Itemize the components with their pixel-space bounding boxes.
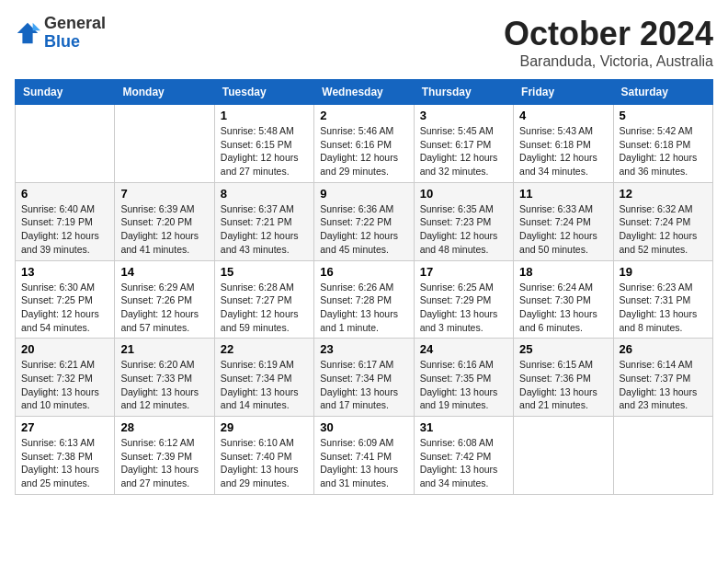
day-info: Sunrise: 6:12 AM Sunset: 7:39 PM Dayligh… bbox=[120, 436, 208, 490]
calendar-cell: 18Sunrise: 6:24 AM Sunset: 7:30 PM Dayli… bbox=[514, 260, 613, 339]
calendar-cell: 4Sunrise: 5:43 AM Sunset: 6:18 PM Daylig… bbox=[514, 105, 613, 183]
calendar-cell: 13Sunrise: 6:30 AM Sunset: 7:25 PM Dayli… bbox=[16, 260, 115, 339]
calendar-cell: 12Sunrise: 6:32 AM Sunset: 7:24 PM Dayli… bbox=[613, 182, 712, 260]
calendar-cell: 31Sunrise: 6:08 AM Sunset: 7:42 PM Dayli… bbox=[414, 417, 513, 495]
column-header-thursday: Thursday bbox=[414, 80, 513, 105]
day-number: 23 bbox=[320, 342, 407, 356]
calendar-cell: 15Sunrise: 6:28 AM Sunset: 7:27 PM Dayli… bbox=[214, 260, 313, 339]
day-info: Sunrise: 6:19 AM Sunset: 7:34 PM Dayligh… bbox=[221, 358, 308, 412]
calendar-cell: 29Sunrise: 6:10 AM Sunset: 7:40 PM Dayli… bbox=[214, 417, 313, 495]
day-info: Sunrise: 6:21 AM Sunset: 7:32 PM Dayligh… bbox=[21, 358, 108, 412]
calendar-cell: 3Sunrise: 5:45 AM Sunset: 6:17 PM Daylig… bbox=[414, 105, 513, 183]
day-number: 13 bbox=[21, 265, 108, 279]
calendar-cell: 20Sunrise: 6:21 AM Sunset: 7:32 PM Dayli… bbox=[16, 339, 115, 417]
calendar-cell bbox=[115, 105, 214, 183]
calendar-cell: 5Sunrise: 5:42 AM Sunset: 6:18 PM Daylig… bbox=[613, 105, 712, 183]
day-info: Sunrise: 6:30 AM Sunset: 7:25 PM Dayligh… bbox=[21, 281, 108, 335]
day-info: Sunrise: 6:39 AM Sunset: 7:20 PM Dayligh… bbox=[120, 202, 208, 257]
day-number: 12 bbox=[620, 187, 707, 201]
column-header-sunday: Sunday bbox=[16, 80, 115, 105]
day-number: 11 bbox=[519, 187, 607, 201]
calendar-cell: 19Sunrise: 6:23 AM Sunset: 7:31 PM Dayli… bbox=[613, 260, 712, 339]
day-number: 17 bbox=[420, 265, 507, 279]
logo-blue-text: Blue bbox=[44, 32, 80, 51]
day-number: 22 bbox=[221, 342, 308, 356]
month-title: October 2024 bbox=[504, 15, 713, 53]
column-header-monday: Monday bbox=[115, 80, 214, 105]
calendar-week-row: 20Sunrise: 6:21 AM Sunset: 7:32 PM Dayli… bbox=[16, 339, 713, 417]
column-header-tuesday: Tuesday bbox=[214, 80, 313, 105]
day-number: 4 bbox=[519, 109, 607, 122]
day-info: Sunrise: 5:48 AM Sunset: 6:15 PM Dayligh… bbox=[221, 124, 308, 178]
day-info: Sunrise: 6:10 AM Sunset: 7:40 PM Dayligh… bbox=[221, 436, 308, 490]
calendar-cell: 22Sunrise: 6:19 AM Sunset: 7:34 PM Dayli… bbox=[214, 339, 313, 417]
day-info: Sunrise: 5:43 AM Sunset: 6:18 PM Dayligh… bbox=[519, 124, 607, 178]
day-info: Sunrise: 6:28 AM Sunset: 7:27 PM Dayligh… bbox=[221, 281, 308, 335]
calendar-cell: 17Sunrise: 6:25 AM Sunset: 7:29 PM Dayli… bbox=[414, 260, 513, 339]
calendar-cell: 11Sunrise: 6:33 AM Sunset: 7:24 PM Dayli… bbox=[514, 182, 613, 260]
day-number: 26 bbox=[620, 342, 707, 356]
calendar-week-row: 1Sunrise: 5:48 AM Sunset: 6:15 PM Daylig… bbox=[16, 105, 713, 183]
column-header-friday: Friday bbox=[514, 80, 613, 105]
calendar-cell: 27Sunrise: 6:13 AM Sunset: 7:38 PM Dayli… bbox=[16, 417, 115, 495]
location-subtitle: Baranduda, Victoria, Australia bbox=[504, 53, 713, 70]
day-info: Sunrise: 6:35 AM Sunset: 7:23 PM Dayligh… bbox=[420, 202, 507, 257]
day-info: Sunrise: 6:09 AM Sunset: 7:41 PM Dayligh… bbox=[320, 436, 407, 490]
day-number: 1 bbox=[221, 109, 308, 122]
calendar-cell: 26Sunrise: 6:14 AM Sunset: 7:37 PM Dayli… bbox=[613, 339, 712, 417]
day-number: 24 bbox=[420, 342, 507, 356]
calendar-cell: 6Sunrise: 6:40 AM Sunset: 7:19 PM Daylig… bbox=[16, 182, 115, 260]
day-info: Sunrise: 5:42 AM Sunset: 6:18 PM Dayligh… bbox=[620, 124, 707, 178]
svg-marker-1 bbox=[33, 23, 40, 30]
calendar-cell: 2Sunrise: 5:46 AM Sunset: 6:16 PM Daylig… bbox=[314, 105, 414, 183]
calendar-cell bbox=[514, 417, 613, 495]
day-number: 5 bbox=[620, 109, 707, 122]
calendar-cell: 9Sunrise: 6:36 AM Sunset: 7:22 PM Daylig… bbox=[314, 182, 414, 260]
day-info: Sunrise: 6:37 AM Sunset: 7:21 PM Dayligh… bbox=[221, 202, 308, 257]
calendar-cell: 24Sunrise: 6:16 AM Sunset: 7:35 PM Dayli… bbox=[414, 339, 513, 417]
calendar-cell: 8Sunrise: 6:37 AM Sunset: 7:21 PM Daylig… bbox=[214, 182, 313, 260]
day-number: 31 bbox=[420, 420, 507, 434]
calendar-week-row: 6Sunrise: 6:40 AM Sunset: 7:19 PM Daylig… bbox=[16, 182, 713, 260]
calendar-cell: 14Sunrise: 6:29 AM Sunset: 7:26 PM Dayli… bbox=[115, 260, 214, 339]
calendar-cell: 25Sunrise: 6:15 AM Sunset: 7:36 PM Dayli… bbox=[514, 339, 613, 417]
column-header-saturday: Saturday bbox=[613, 80, 712, 105]
day-number: 21 bbox=[120, 342, 208, 356]
day-number: 7 bbox=[120, 187, 208, 201]
calendar-cell: 21Sunrise: 6:20 AM Sunset: 7:33 PM Dayli… bbox=[115, 339, 214, 417]
calendar-week-row: 13Sunrise: 6:30 AM Sunset: 7:25 PM Dayli… bbox=[16, 260, 713, 339]
day-info: Sunrise: 6:15 AM Sunset: 7:36 PM Dayligh… bbox=[519, 358, 607, 412]
calendar-header-row: SundayMondayTuesdayWednesdayThursdayFrid… bbox=[16, 80, 713, 105]
logo-icon bbox=[15, 20, 40, 46]
day-number: 14 bbox=[120, 265, 208, 279]
day-number: 28 bbox=[120, 420, 208, 434]
day-info: Sunrise: 6:32 AM Sunset: 7:24 PM Dayligh… bbox=[620, 202, 707, 257]
column-header-wednesday: Wednesday bbox=[314, 80, 414, 105]
day-info: Sunrise: 6:24 AM Sunset: 7:30 PM Dayligh… bbox=[519, 281, 607, 335]
day-info: Sunrise: 6:25 AM Sunset: 7:29 PM Dayligh… bbox=[420, 281, 507, 335]
day-number: 9 bbox=[320, 187, 407, 201]
day-number: 19 bbox=[620, 265, 707, 279]
calendar-cell: 1Sunrise: 5:48 AM Sunset: 6:15 PM Daylig… bbox=[214, 105, 313, 183]
day-info: Sunrise: 6:33 AM Sunset: 7:24 PM Dayligh… bbox=[519, 202, 607, 257]
day-number: 29 bbox=[221, 420, 308, 434]
day-info: Sunrise: 6:20 AM Sunset: 7:33 PM Dayligh… bbox=[120, 358, 208, 412]
title-block: October 2024 Baranduda, Victoria, Austra… bbox=[504, 15, 713, 70]
calendar-cell: 28Sunrise: 6:12 AM Sunset: 7:39 PM Dayli… bbox=[115, 417, 214, 495]
calendar-cell: 7Sunrise: 6:39 AM Sunset: 7:20 PM Daylig… bbox=[115, 182, 214, 260]
day-number: 18 bbox=[519, 265, 607, 279]
day-number: 10 bbox=[420, 187, 507, 201]
calendar-cell: 30Sunrise: 6:09 AM Sunset: 7:41 PM Dayli… bbox=[314, 417, 414, 495]
day-number: 6 bbox=[21, 187, 108, 201]
day-info: Sunrise: 6:40 AM Sunset: 7:19 PM Dayligh… bbox=[21, 202, 108, 257]
day-info: Sunrise: 5:46 AM Sunset: 6:16 PM Dayligh… bbox=[320, 124, 407, 178]
day-number: 20 bbox=[21, 342, 108, 356]
day-info: Sunrise: 6:36 AM Sunset: 7:22 PM Dayligh… bbox=[320, 202, 407, 257]
day-info: Sunrise: 6:16 AM Sunset: 7:35 PM Dayligh… bbox=[420, 358, 507, 412]
day-info: Sunrise: 5:45 AM Sunset: 6:17 PM Dayligh… bbox=[420, 124, 507, 178]
day-number: 25 bbox=[519, 342, 607, 356]
calendar-cell: 10Sunrise: 6:35 AM Sunset: 7:23 PM Dayli… bbox=[414, 182, 513, 260]
calendar-table: SundayMondayTuesdayWednesdayThursdayFrid… bbox=[15, 79, 713, 495]
day-number: 27 bbox=[21, 420, 108, 434]
day-info: Sunrise: 6:26 AM Sunset: 7:28 PM Dayligh… bbox=[320, 281, 407, 335]
